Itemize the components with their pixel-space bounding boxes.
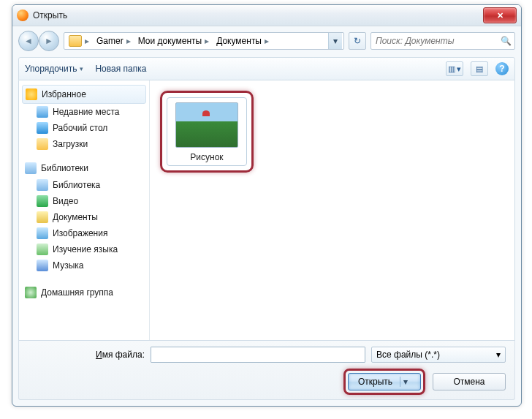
help-button[interactable]: ?: [495, 62, 509, 75]
back-button[interactable]: ◄: [18, 31, 39, 51]
breadcrumb-seg[interactable]: Документы▸: [213, 33, 272, 49]
downloads-icon: [37, 138, 48, 150]
chevron-down-icon: ▾: [333, 36, 338, 46]
open-button[interactable]: Открыть ▾: [348, 373, 421, 390]
sidebar-item-library[interactable]: Библиотека: [22, 177, 146, 193]
sidebar-item-music[interactable]: Музыка: [22, 257, 146, 273]
refresh-button[interactable]: ↻: [349, 32, 366, 50]
music-icon: [37, 260, 48, 271]
cancel-button[interactable]: Отмена: [433, 373, 506, 390]
app-icon: [17, 10, 28, 21]
back-icon: ◄: [24, 36, 33, 46]
sidebar-item-video[interactable]: Видео: [22, 193, 146, 209]
nav-row: ◄ ► ▸ Gamer▸ Мои документы▸ Документы▸ ▾…: [12, 26, 521, 53]
breadcrumb-seg[interactable]: Мои документы▸: [135, 33, 212, 49]
sidebar-item-language[interactable]: Изучение языка: [22, 241, 146, 257]
filename-input[interactable]: [151, 347, 365, 363]
forward-icon: ►: [45, 36, 53, 46]
thumbnail-image: [175, 102, 238, 148]
forward-button[interactable]: ►: [39, 31, 59, 51]
homegroup-icon: [25, 287, 37, 298]
chevron-right-icon: ▸: [85, 36, 89, 46]
library-icon: [37, 179, 48, 191]
chevron-down-icon: ▾: [457, 64, 461, 74]
tiles-icon: ▥: [448, 64, 455, 74]
sidebar-item-images[interactable]: Изображения: [22, 225, 146, 241]
desktop-icon: [37, 122, 48, 134]
window-title: Открыть: [33, 10, 67, 20]
file-type-filter[interactable]: Все файлы (*.*) ▾: [371, 347, 506, 363]
preview-pane-button[interactable]: ▤: [471, 61, 488, 76]
file-name: Рисунок: [172, 152, 242, 162]
chevron-right-icon: ▸: [205, 36, 209, 46]
address-bar[interactable]: ▸ Gamer▸ Мои документы▸ Документы▸ ▾: [64, 32, 344, 50]
open-file-dialog: Открыть ✕ ◄ ► ▸ Gamer▸ Мои документы▸ До…: [12, 4, 522, 407]
titlebar[interactable]: Открыть ✕: [12, 5, 521, 26]
sidebar-item-documents[interactable]: Документы: [22, 209, 146, 225]
sidebar-item-desktop[interactable]: Рабочий стол: [22, 120, 146, 136]
help-icon: ?: [499, 64, 504, 74]
images-icon: [37, 227, 48, 239]
chevron-right-icon: ▸: [265, 36, 269, 46]
folder-icon: [69, 35, 82, 47]
chevron-down-icon: ▾: [400, 377, 411, 387]
search-icon: 🔍: [501, 36, 512, 46]
star-icon: [26, 88, 37, 100]
pane-icon: ▤: [476, 64, 483, 74]
refresh-icon: ↻: [354, 36, 361, 46]
sidebar-group-libraries[interactable]: Библиотеки: [22, 159, 146, 177]
toolbar: Упорядочить ▾ Новая папка ▥▾ ▤ ?: [18, 57, 515, 80]
highlight-marker: Открыть ▾: [343, 369, 425, 395]
sidebar-item-downloads[interactable]: Загрузки: [22, 136, 146, 152]
libraries-icon: [25, 162, 37, 174]
search-input[interactable]: [374, 35, 498, 47]
dialog-body: Избранное Недавние места Рабочий стол За…: [18, 80, 515, 361]
close-icon: ✕: [497, 11, 503, 20]
file-thumbnail[interactable]: Рисунок: [167, 97, 247, 166]
sidebar-group-homegroup[interactable]: Домашняя группа: [22, 284, 146, 301]
search-box[interactable]: 🔍: [370, 32, 515, 50]
video-icon: [37, 195, 48, 207]
book-icon: [37, 244, 48, 255]
file-list[interactable]: Рисунок: [150, 80, 514, 360]
bottom-panel: Имя файла: Все файлы (*.*) ▾ Открыть ▾ О…: [18, 340, 515, 400]
sidebar: Избранное Недавние места Рабочий стол За…: [19, 80, 150, 360]
chevron-down-icon: ▾: [80, 65, 83, 72]
close-button[interactable]: ✕: [483, 7, 517, 23]
documents-icon: [37, 211, 48, 223]
address-dropdown[interactable]: ▾: [328, 33, 342, 49]
sidebar-group-favorites[interactable]: Избранное: [22, 85, 146, 104]
sidebar-item-recent[interactable]: Недавние места: [22, 104, 146, 120]
chevron-right-icon: ▸: [126, 36, 131, 46]
organize-button[interactable]: Упорядочить ▾: [25, 64, 83, 74]
view-mode-button[interactable]: ▥▾: [446, 61, 463, 76]
places-icon: [37, 106, 48, 118]
filename-label: Имя файла:: [28, 350, 145, 360]
highlight-marker: Рисунок: [160, 91, 254, 173]
breadcrumb-seg[interactable]: Gamer▸: [94, 33, 134, 49]
new-folder-button[interactable]: Новая папка: [95, 64, 146, 74]
chevron-down-icon: ▾: [496, 350, 501, 360]
